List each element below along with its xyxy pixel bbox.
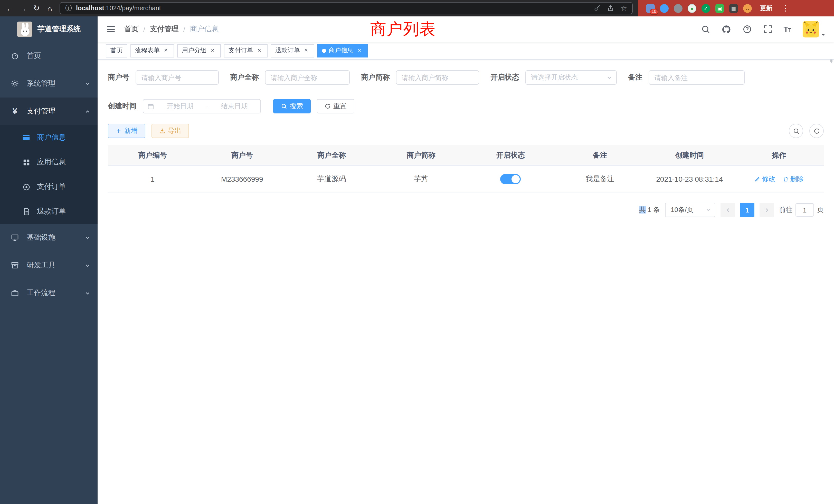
sidebar-item-app-info[interactable]: 应用信息 (0, 150, 97, 175)
sidebar-item-system-mgmt[interactable]: 系统管理 (0, 70, 97, 97)
breadcrumb-separator: / (183, 25, 185, 33)
filter-row-1: 商户号 商户全称 商户简称 开启状态 请选择开启状态 (108, 70, 824, 85)
font-size-icon[interactable]: TT (784, 25, 791, 33)
sidebar-item-infrastructure[interactable]: 基础设施 (0, 224, 97, 251)
logo-image (17, 22, 32, 37)
column-header: 商户简称 (376, 151, 466, 160)
help-icon[interactable] (742, 25, 751, 34)
tab-payment-order[interactable]: 支付订单× (224, 44, 267, 57)
edit-pencil-icon (754, 176, 761, 182)
export-button[interactable]: 导出 (152, 124, 189, 138)
tab-user-group[interactable]: 用户分组× (177, 44, 221, 57)
page-size-select[interactable]: 10条/页 (665, 203, 716, 217)
menu-label: 商户信息 (37, 133, 97, 142)
full-name-input[interactable] (265, 70, 350, 85)
fullscreen-icon[interactable] (763, 25, 772, 34)
browser-home-icon[interactable]: ⌂ (43, 4, 57, 13)
avatar[interactable] (803, 21, 819, 38)
site-info-icon[interactable]: ⓘ (65, 4, 72, 13)
short-name-input[interactable] (396, 70, 479, 85)
date-separator: - (206, 102, 208, 110)
breadcrumb-home[interactable]: 首页 (124, 25, 139, 34)
extension-icon-gray[interactable] (674, 4, 682, 13)
browser-back-icon[interactable]: ← (3, 4, 17, 13)
extension-icon-green[interactable]: ▣ (716, 4, 724, 13)
sidebar-item-payment-order[interactable]: 支付订单 (0, 175, 97, 199)
close-icon[interactable]: × (356, 47, 363, 54)
search-button[interactable]: 搜索 (273, 99, 311, 113)
extension-icon-cat[interactable]: ● (688, 4, 696, 13)
browser-toolbar: ← → ↻ ⌂ ⓘ localhost:1024/pay/merchant ☆ … (0, 0, 834, 17)
plus-icon (115, 128, 122, 134)
monitor-icon (10, 233, 20, 242)
tab-label: 商户信息 (329, 46, 353, 55)
tab-home[interactable]: 首页 (106, 44, 127, 57)
merchant-no-input[interactable] (136, 70, 219, 85)
close-icon[interactable]: × (256, 47, 263, 54)
extension-icon-check[interactable]: ✓ (702, 4, 710, 13)
github-icon[interactable] (721, 24, 731, 34)
sidebar-item-workflow[interactable]: 工作流程 (0, 279, 97, 307)
app-title: 芋道管理系统 (38, 25, 81, 34)
refresh-icon (813, 128, 820, 134)
sidebar-item-refund-order[interactable]: 退款订单 (0, 199, 97, 224)
end-date-placeholder: 结束日期 (212, 101, 256, 111)
address-bar[interactable]: ⓘ localhost:1024/pay/merchant ☆ (60, 2, 633, 14)
next-page-button[interactable] (760, 203, 774, 217)
page-content: 商户号 商户全称 商户简称 开启状态 请选择开启状态 (97, 60, 834, 504)
refresh-table-button[interactable] (809, 124, 824, 138)
remark-input[interactable] (649, 70, 745, 85)
extensions-area: 10 ● ✓ ▣ ▩ ᴗ 更新 ⋮ (638, 0, 834, 17)
tab-process-form[interactable]: 流程表单× (130, 44, 174, 57)
sidebar-item-merchant-info[interactable]: 商户信息 (0, 125, 97, 150)
tab-refund-order[interactable]: 退款订单× (271, 44, 314, 57)
prev-page-button[interactable] (721, 203, 735, 217)
status-select[interactable]: 请选择开启状态 (525, 70, 617, 85)
share-icon[interactable] (607, 5, 614, 12)
search-icon[interactable] (701, 25, 710, 34)
breadcrumb-payment-mgmt[interactable]: 支付管理 (150, 25, 179, 34)
toggle-search-button[interactable] (789, 124, 803, 138)
cell-create-time: 2021-10-23 08:31:14 (645, 175, 734, 183)
password-key-icon[interactable] (594, 5, 601, 12)
short-name-label: 商户简称 (361, 73, 390, 82)
browser-forward-icon[interactable]: → (17, 4, 30, 13)
date-range-picker[interactable]: 开始日期 - 结束日期 (143, 99, 261, 113)
page-number-button[interactable]: 1 (740, 203, 754, 217)
add-button[interactable]: 新增 (108, 124, 145, 138)
extension-icon-blue[interactable] (660, 4, 668, 13)
profile-avatar-icon[interactable]: ᴗ (743, 4, 752, 13)
menu-label: 基础设施 (27, 233, 78, 242)
user-menu[interactable] (803, 21, 826, 38)
sidebar-toggle-icon[interactable] (106, 24, 116, 35)
sidebar-item-home[interactable]: 首页 (0, 42, 97, 70)
bookmark-star-icon[interactable]: ☆ (621, 4, 627, 12)
chrome-update-button[interactable]: 更新 (760, 4, 772, 13)
close-icon[interactable]: × (303, 47, 310, 54)
close-icon[interactable]: × (162, 47, 170, 54)
extension-icon-dark[interactable]: ▩ (729, 4, 738, 13)
app-logo[interactable]: 芋道管理系统 (0, 17, 97, 42)
tab-label: 用户分组 (182, 46, 206, 55)
breadcrumb: 首页 / 支付管理 / 商户信息 (124, 25, 219, 34)
edit-button[interactable]: 修改 (754, 174, 775, 183)
browser-menu-icon[interactable]: ⋮ (782, 4, 789, 13)
delete-button[interactable]: 删除 (783, 174, 804, 183)
url-text[interactable]: localhost:1024/pay/merchant (76, 5, 588, 12)
tab-label: 首页 (110, 46, 123, 55)
status-label: 开启状态 (490, 73, 519, 82)
status-toggle[interactable] (500, 174, 521, 184)
menu-label: 应用信息 (37, 158, 97, 167)
sidebar-item-payment-mgmt[interactable]: ¥ 支付管理 (0, 97, 97, 125)
payment-submenu: 商户信息 应用信息 支付订单 (0, 125, 97, 224)
sidebar-item-dev-tools[interactable]: 研发工具 (0, 251, 97, 279)
extension-icon-badge[interactable]: 10 (646, 4, 655, 13)
sidebar: 芋道管理系统 首页 系统管理 (0, 17, 97, 504)
goto-page-input[interactable] (795, 203, 814, 216)
column-header: 商户编号 (108, 151, 197, 160)
tab-merchant-info[interactable]: 商户信息× (317, 44, 368, 57)
reset-button[interactable]: 重置 (317, 99, 354, 113)
close-icon[interactable]: × (209, 47, 216, 54)
browser-reload-icon[interactable]: ↻ (30, 4, 43, 13)
menu-label: 退款订单 (37, 207, 97, 216)
